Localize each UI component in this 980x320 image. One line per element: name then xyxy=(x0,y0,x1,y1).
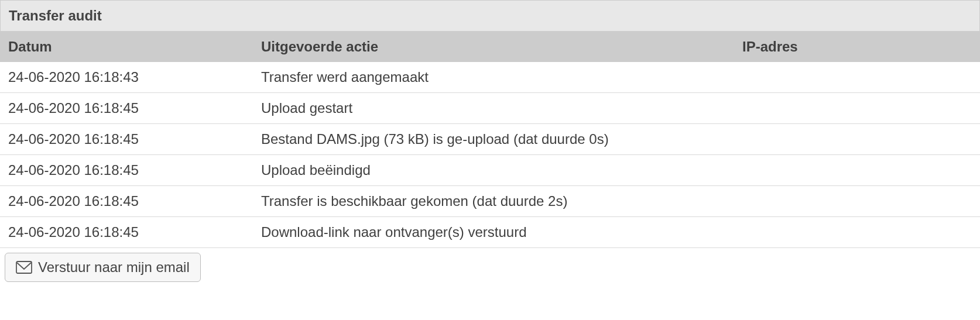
envelope-icon xyxy=(16,261,32,274)
cell-date: 24-06-2020 16:18:45 xyxy=(0,217,253,248)
table-header-row: Datum Uitgevoerde actie IP-adres xyxy=(0,32,980,62)
send-to-email-button[interactable]: Verstuur naar mijn email xyxy=(5,253,201,282)
header-action: Uitgevoerde actie xyxy=(253,32,734,62)
send-to-email-label: Verstuur naar mijn email xyxy=(38,259,190,276)
cell-action: Bestand DAMS.jpg (73 kB) is ge-upload (d… xyxy=(253,124,734,155)
cell-ip xyxy=(734,124,980,155)
table-row: 24-06-2020 16:18:45Upload beëindigd xyxy=(0,155,980,186)
cell-date: 24-06-2020 16:18:45 xyxy=(0,93,253,124)
cell-ip xyxy=(734,62,980,93)
cell-ip xyxy=(734,217,980,248)
header-ip: IP-adres xyxy=(734,32,980,62)
svg-rect-0 xyxy=(16,261,32,273)
cell-ip xyxy=(734,93,980,124)
cell-action: Upload gestart xyxy=(253,93,734,124)
header-date: Datum xyxy=(0,32,253,62)
audit-table: Datum Uitgevoerde actie IP-adres 24-06-2… xyxy=(0,32,980,248)
cell-date: 24-06-2020 16:18:43 xyxy=(0,62,253,93)
table-row: 24-06-2020 16:18:45Transfer is beschikba… xyxy=(0,186,980,217)
table-row: 24-06-2020 16:18:45Upload gestart xyxy=(0,93,980,124)
panel-title: Transfer audit xyxy=(0,0,980,32)
cell-ip xyxy=(734,155,980,186)
cell-action: Transfer is beschikbaar gekomen (dat duu… xyxy=(253,186,734,217)
table-row: 24-06-2020 16:18:45Download-link naar on… xyxy=(0,217,980,248)
cell-date: 24-06-2020 16:18:45 xyxy=(0,124,253,155)
cell-action: Upload beëindigd xyxy=(253,155,734,186)
transfer-audit-panel: Transfer audit Datum Uitgevoerde actie I… xyxy=(0,0,980,287)
cell-date: 24-06-2020 16:18:45 xyxy=(0,186,253,217)
cell-action: Transfer werd aangemaakt xyxy=(253,62,734,93)
table-row: 24-06-2020 16:18:43Transfer werd aangema… xyxy=(0,62,980,93)
table-row: 24-06-2020 16:18:45Bestand DAMS.jpg (73 … xyxy=(0,124,980,155)
cell-action: Download-link naar ontvanger(s) verstuur… xyxy=(253,217,734,248)
footer-row: Verstuur naar mijn email xyxy=(0,248,980,287)
cell-ip xyxy=(734,186,980,217)
cell-date: 24-06-2020 16:18:45 xyxy=(0,155,253,186)
